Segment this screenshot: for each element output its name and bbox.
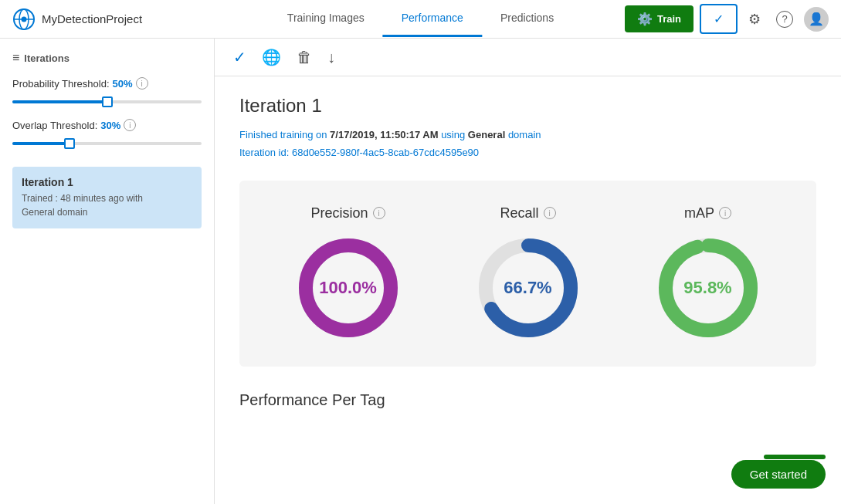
precision-label: Precision i	[310, 205, 385, 222]
recall-info-icon[interactable]: i	[544, 207, 556, 219]
overlap-threshold-value: 30%	[100, 120, 120, 131]
meta-domain: General	[468, 129, 505, 140]
help-icon: ?	[776, 11, 793, 28]
map-metric: mAP i 95.8%	[654, 205, 762, 342]
main-nav: Training Images Performance Predictions	[269, 1, 572, 37]
publish-icon[interactable]: ✓	[233, 48, 246, 66]
performance-per-tag-title: Performance Per Tag	[239, 391, 816, 409]
main-content: ✓ 🌐 🗑 ↓ Iteration 1 Finished training on…	[215, 39, 841, 504]
map-value: 95.8%	[683, 278, 731, 298]
overlap-threshold-label: Overlap Threshold: 30% i	[12, 119, 202, 131]
app-logo-icon	[12, 8, 36, 31]
app-header: MyDetectionProject Training Images Perfo…	[0, 0, 841, 39]
precision-info-icon[interactable]: i	[373, 207, 385, 219]
train-button[interactable]: ⚙️ Train	[625, 5, 693, 32]
probability-threshold-label: Probability Threshold: 50% i	[12, 77, 202, 90]
sidebar-iterations-header: ≡ Iterations	[12, 51, 202, 65]
recall-label: Recall i	[500, 205, 555, 222]
probability-info-icon[interactable]: i	[136, 77, 148, 90]
overlap-slider-fill	[12, 142, 70, 145]
overlap-slider[interactable]	[12, 136, 202, 151]
gear-icon: ⚙️	[637, 12, 653, 26]
settings-button[interactable]: ⚙	[744, 6, 765, 32]
tab-performance[interactable]: Performance	[383, 1, 482, 37]
probability-slider-thumb[interactable]	[102, 96, 113, 107]
iteration-title: Iteration 1	[239, 95, 816, 117]
content-body: Iteration 1 Finished training on 7/17/20…	[215, 76, 841, 428]
meta-id-prefix: Iteration id:	[239, 147, 292, 158]
precision-metric: Precision i 100.0%	[294, 205, 402, 342]
tab-predictions[interactable]: Predictions	[482, 1, 572, 37]
main-layout: ≡ Iterations Probability Threshold: 50% …	[0, 39, 841, 504]
globe-icon[interactable]: 🌐	[262, 48, 281, 66]
user-avatar[interactable]: 👤	[804, 7, 829, 32]
download-icon[interactable]: ↓	[327, 49, 335, 66]
meta-id: 68d0e552-980f-4ac5-8cab-67cdc4595e90	[292, 147, 479, 158]
metrics-card: Precision i 100.0% Recall	[239, 181, 816, 367]
sidebar: ≡ Iterations Probability Threshold: 50% …	[0, 39, 215, 504]
progress-bar	[764, 455, 826, 459]
meta-suffix: domain	[505, 129, 541, 140]
probability-slider[interactable]	[12, 94, 202, 110]
content-toolbar: ✓ 🌐 🗑 ↓	[215, 39, 841, 76]
get-started-button[interactable]: Get started	[731, 460, 826, 489]
iteration-list-item[interactable]: Iteration 1 Trained : 48 minutes ago wit…	[12, 167, 202, 228]
meta-prefix: Finished training on	[239, 129, 330, 140]
probability-slider-track	[12, 100, 202, 103]
meta-date: 7/17/2019, 11:50:17 AM	[330, 129, 438, 140]
layers-icon: ≡	[12, 51, 19, 65]
overlap-info-icon[interactable]: i	[124, 119, 136, 131]
iteration-item-title: Iteration 1	[22, 176, 192, 188]
recall-donut: 66.7%	[474, 234, 582, 342]
settings-icon: ⚙	[748, 11, 761, 28]
delete-icon[interactable]: 🗑	[297, 49, 312, 66]
project-name: MyDetectionProject	[42, 12, 142, 25]
overlap-slider-track	[12, 142, 202, 145]
header-actions: ⚙️ Train ✓ ⚙ ? 👤	[625, 4, 829, 34]
iteration-item-desc: Trained : 48 minutes ago with General do…	[22, 191, 192, 219]
map-info-icon[interactable]: i	[719, 207, 731, 219]
probability-slider-fill	[12, 100, 107, 103]
recall-value: 66.7%	[504, 278, 551, 298]
tab-training-images[interactable]: Training Images	[269, 1, 383, 37]
avatar-icon: 👤	[809, 12, 824, 26]
overlap-threshold-group: Overlap Threshold: 30% i	[12, 119, 202, 151]
map-label: mAP i	[684, 205, 731, 222]
precision-donut: 100.0%	[294, 234, 402, 342]
recall-metric: Recall i 66.7%	[474, 205, 582, 342]
probability-threshold-value: 50%	[113, 78, 133, 90]
logo-area: MyDetectionProject	[12, 8, 142, 31]
map-donut: 95.8%	[654, 234, 762, 342]
precision-value: 100.0%	[319, 278, 377, 298]
train-button-label: Train	[657, 13, 681, 25]
probability-threshold-group: Probability Threshold: 50% i	[12, 77, 202, 110]
iteration-meta: Finished training on 7/17/2019, 11:50:17…	[239, 126, 816, 162]
check-icon: ✓	[714, 12, 724, 25]
meta-mid: using	[439, 129, 468, 140]
overlap-slider-thumb[interactable]	[64, 138, 75, 149]
quick-test-button[interactable]: ✓	[700, 4, 738, 34]
help-button[interactable]: ?	[771, 6, 798, 32]
